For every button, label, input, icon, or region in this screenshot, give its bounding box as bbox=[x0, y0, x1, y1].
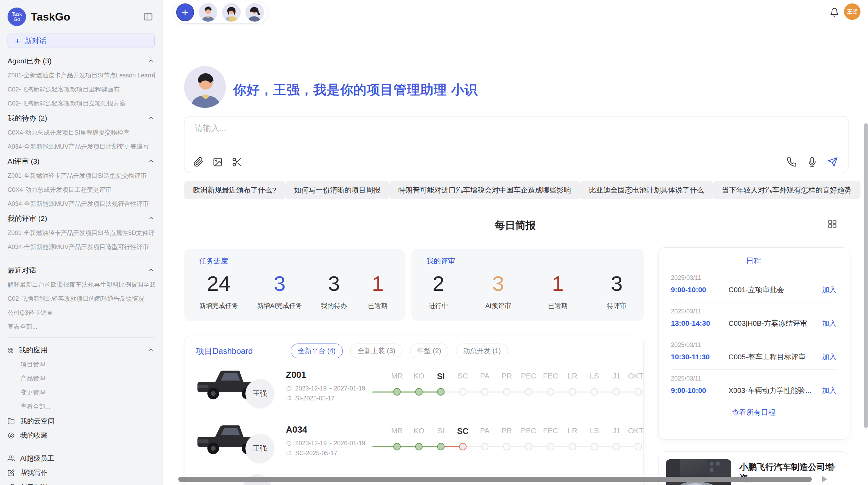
milestone-dot bbox=[635, 388, 642, 396]
microphone-icon[interactable] bbox=[807, 157, 817, 167]
schedule-date: 2025/03/11 bbox=[671, 308, 836, 315]
section-header[interactable]: 我的待办 (2) bbox=[8, 111, 155, 126]
favorites-label: 我的收藏 bbox=[20, 431, 48, 440]
scroll-right-arrow-icon[interactable] bbox=[822, 476, 827, 482]
briefing-layout-icon[interactable] bbox=[827, 219, 838, 229]
phone-icon[interactable] bbox=[786, 157, 797, 167]
milestone-label: LR bbox=[562, 372, 583, 381]
owner-badge: 王强 bbox=[245, 434, 274, 463]
horizontal-scrollbar[interactable] bbox=[178, 477, 812, 482]
milestone-dot bbox=[415, 443, 423, 450]
schedule-time: 13:00-14:30 bbox=[671, 319, 728, 327]
sidebar-item-cloud-space[interactable]: 我的云空间 bbox=[8, 414, 155, 428]
sidebar-item-creative-drawing[interactable]: 创意制图 bbox=[8, 480, 155, 485]
image-icon[interactable] bbox=[213, 157, 223, 167]
sidebar-list-item[interactable]: 项目管理 bbox=[8, 358, 155, 372]
milestone-label: SC bbox=[452, 426, 474, 436]
join-link[interactable]: 加入 bbox=[822, 285, 836, 295]
sidebar-list-item[interactable]: C02-飞腾新能源轻客改款项目的闭环通告反馈情况 bbox=[8, 292, 155, 306]
creative-drawing-label: 创意制图 bbox=[20, 483, 48, 485]
sidebar-list-item[interactable]: Z001-全新燃油皮卡产品开发项目SI节点Lesson Learn报告 bbox=[8, 69, 155, 83]
suggestion-chip[interactable]: 如何写一份清晰的项目周报 bbox=[285, 181, 389, 199]
stat-item: 3我的待办 bbox=[321, 271, 347, 310]
sidebar-list-item[interactable]: A034-全新新能源MUV产品开发项目计划变更表编写 bbox=[8, 140, 155, 154]
dashboard-header: 项目Dashboard 全新平台 (4)全新上装 (3)年型 (2)动总开发 (… bbox=[194, 344, 634, 358]
view-all-schedule-link[interactable]: 查看所有日程 bbox=[671, 403, 836, 422]
schedule-item: 2025/03/119:00-10:00C001-立项审批会加入 bbox=[671, 269, 836, 302]
sidebar-item-writing-helper[interactable]: 帮我写作 bbox=[8, 465, 155, 480]
clock-icon bbox=[286, 386, 292, 391]
sidebar-list-item[interactable]: C0X4-动力总成开发项目工程变更评审 bbox=[8, 183, 155, 197]
milestone-dot bbox=[415, 388, 423, 396]
user-avatar[interactable]: 王强 bbox=[844, 3, 860, 20]
sidebar-list-item[interactable]: 查看全部... bbox=[8, 320, 155, 334]
sidebar-list-item[interactable]: C02-飞腾新能源轻客改款项目立项汇报方案 bbox=[8, 97, 155, 111]
assistant-avatar-2[interactable] bbox=[222, 3, 241, 22]
greeting-title: 你好，王强，我是你的项目管理助理 小识 bbox=[233, 81, 478, 99]
sidebar-list-item[interactable]: 变更管理 bbox=[8, 386, 155, 400]
suggestion-chip[interactable]: 比亚迪全固态电池计划具体说了什么 bbox=[580, 181, 713, 199]
sidebar-list-item[interactable]: C02-飞腾新能源轻客改款项目里程碑画布 bbox=[8, 83, 155, 97]
milestone-label: OKTB bbox=[627, 372, 644, 381]
dashboard-tab[interactable]: 年型 (2) bbox=[410, 344, 448, 358]
suggestion-chip[interactable]: 特朗普可能对进口汽车增税会对中国车企造成哪些影响 bbox=[389, 181, 580, 199]
stat-card-title: 我的评审 bbox=[426, 256, 629, 266]
section-header[interactable]: 我的评审 (2) bbox=[8, 211, 155, 226]
milestone-dot bbox=[547, 388, 554, 396]
assistant-avatar-1[interactable] bbox=[199, 3, 217, 22]
sidebar-list-item[interactable]: Z001-全新燃油轻卡产品开发项目SI造型提交物评审 bbox=[8, 169, 155, 183]
dashboard-tab[interactable]: 全新平台 (4) bbox=[291, 344, 343, 358]
milestone-dot bbox=[591, 388, 598, 396]
milestone-labels: MRKOSISCPAPRPECFECLRLSJ1OKTB bbox=[386, 426, 644, 436]
schedule-date: 2025/03/11 bbox=[671, 341, 836, 349]
paperclip-icon[interactable] bbox=[193, 157, 204, 167]
milestone-dots bbox=[386, 385, 644, 400]
assistant-avatar-3[interactable] bbox=[245, 3, 264, 22]
suggestion-chip[interactable]: 欧洲新规最近颁布了什么? bbox=[184, 181, 285, 199]
milestone-label: PR bbox=[496, 372, 518, 381]
collapse-sidebar-icon[interactable] bbox=[143, 12, 153, 22]
section-header[interactable]: 我的应用 bbox=[8, 343, 155, 358]
date-range: 2023-12-19 ~ 2026-01-19 bbox=[295, 440, 365, 447]
divider bbox=[8, 337, 155, 338]
milestone-dots bbox=[386, 439, 644, 455]
schedule-date: 2025/03/11 bbox=[671, 375, 836, 382]
divider bbox=[8, 258, 155, 258]
suggestion-chip[interactable]: 当下年轻人对汽车外观有怎样的喜好趋势 bbox=[713, 181, 860, 199]
project-row[interactable]: 王强A0342023-12-19 ~ 2026-01-19SC-2025-05-… bbox=[194, 413, 634, 468]
section-header[interactable]: Agent已办 (3) bbox=[8, 53, 155, 69]
dashboard-tab[interactable]: 动总开发 (1) bbox=[456, 344, 508, 358]
join-link[interactable]: 加入 bbox=[822, 319, 836, 328]
chat-input[interactable] bbox=[195, 123, 709, 133]
writing-helper-label: 帮我写作 bbox=[20, 468, 48, 477]
sidebar-list-item[interactable]: 产品管理 bbox=[8, 372, 155, 386]
section-header[interactable]: AI评审 (3) bbox=[8, 154, 155, 169]
sidebar-list-item[interactable]: Z001-全新燃油轻卡产品开发项目SI节点属性5D文件评审 bbox=[8, 226, 155, 240]
stat-card-title: 任务进度 bbox=[199, 256, 390, 266]
notification-bell-icon[interactable] bbox=[830, 8, 839, 17]
sidebar-list-item[interactable]: 查看全部... bbox=[8, 400, 155, 414]
sidebar-item-favorites[interactable]: 我的收藏 bbox=[8, 428, 155, 443]
join-link[interactable]: 加入 bbox=[822, 352, 836, 362]
scroll-down-arrow-icon[interactable] bbox=[830, 466, 836, 471]
project-dates: 2023-12-19 ~ 2027-01-19 bbox=[286, 385, 384, 392]
send-button[interactable] bbox=[828, 157, 838, 167]
sidebar-list-item[interactable]: 解释最新出台的欧盟报废车法规再生塑料比例被调至15%... bbox=[8, 278, 155, 292]
project-row[interactable]: 王强Z0012023-12-19 ~ 2027-01-19SI-2025-05-… bbox=[194, 358, 634, 413]
sidebar-list-item[interactable]: 公司Q3轻卡销量 bbox=[8, 306, 155, 320]
dashboard-tab[interactable]: 全新上装 (3) bbox=[350, 344, 402, 358]
sidebar-list-item[interactable]: A034-全新新能源MUV产品开发项目法规符合性评审 bbox=[8, 197, 155, 211]
schedule-item: 2025/03/119:00-10:00X003-车辆动力学性能验...加入 bbox=[671, 370, 836, 403]
vertical-scrollbar[interactable] bbox=[864, 123, 868, 428]
new-chat-button[interactable]: + 新对话 bbox=[8, 34, 155, 48]
milestone-track: MRKOSISCPAPRPECFECLRLSJ1OKTB bbox=[386, 372, 644, 400]
sidebar-item-ai-employee[interactable]: AI超级员工 bbox=[8, 451, 155, 465]
scissors-icon[interactable] bbox=[232, 157, 242, 167]
milestone-label: FEC bbox=[540, 372, 562, 381]
join-link[interactable]: 加入 bbox=[822, 386, 836, 395]
sidebar-list-item[interactable]: A034-全新新能源MUV产品开发项目造型可行性评审 bbox=[8, 240, 155, 254]
sidebar-list-item[interactable]: C0X4-动力总成开发项目SI里程碑提交物检查 bbox=[8, 126, 155, 140]
user-avatar-name: 王强 bbox=[847, 9, 857, 15]
add-assistant-button[interactable]: + bbox=[176, 3, 194, 21]
section-header[interactable]: 最近对话 bbox=[8, 263, 155, 278]
